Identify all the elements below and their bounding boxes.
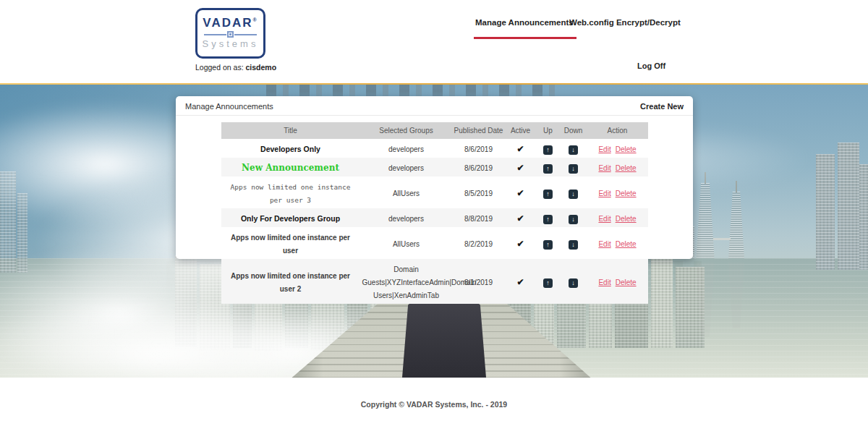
selected-groups: developers: [388, 164, 424, 172]
selected-groups: developers: [388, 145, 424, 153]
panel-header: Manage Announcements Create New: [176, 96, 693, 116]
logged-on-username: cisdemo: [245, 63, 276, 72]
selected-groups: AllUsers: [393, 190, 420, 197]
nav-manage-announcements[interactable]: Manage Announcements: [475, 18, 574, 27]
table-header: TitleSelected GroupsPublished DateActive…: [221, 122, 648, 139]
nav-webconfig-encrypt-decrypt[interactable]: Web.config Encrypt/Decrypt: [569, 18, 681, 27]
active-check-icon: ✔: [516, 277, 524, 287]
delete-link[interactable]: Delete: [616, 145, 637, 153]
move-down-button[interactable]: ↓: [569, 190, 578, 199]
building: [651, 255, 673, 348]
published-date: 8/2/2019: [464, 240, 493, 248]
building: [816, 154, 835, 270]
edit-link[interactable]: Edit: [598, 215, 610, 223]
table-row: Only For Developers Groupdevelopers8/8/2…: [221, 208, 648, 227]
logged-on-label: Logged on as:: [195, 63, 244, 72]
announcement-title: Developers Only: [260, 145, 320, 153]
page-footer: Copyright © VADAR Systems, Inc. - 2019: [0, 378, 868, 434]
published-date: 8/8/2019: [464, 215, 493, 223]
copyright-text: Copyright © VADAR Systems, Inc. - 2019: [0, 400, 868, 409]
column-header-selected-groups: Selected Groups: [360, 122, 453, 139]
logo-square-icon: [227, 31, 234, 38]
column-header-action: Action: [587, 122, 648, 139]
edit-link[interactable]: Edit: [598, 164, 610, 172]
move-down-button[interactable]: ↓: [569, 278, 578, 288]
move-up-button[interactable]: ↑: [543, 145, 553, 155]
logo-divider: [204, 31, 257, 38]
manage-announcements-panel: Manage Announcements Create New TitleSel…: [176, 96, 693, 259]
logged-on-status: Logged on as: cisdemo: [195, 63, 276, 72]
table-row: Apps now limited one instance per user 2…: [221, 259, 648, 304]
active-check-icon: ✔: [516, 213, 524, 224]
announcement-title: New Announcement: [242, 163, 339, 173]
edit-link[interactable]: Edit: [598, 190, 610, 197]
active-check-icon: ✔: [516, 239, 524, 249]
move-down-button[interactable]: ↓: [569, 145, 578, 155]
move-down-button[interactable]: ↓: [569, 164, 578, 174]
published-date: 8/6/2019: [464, 145, 493, 153]
column-header-title: Title: [221, 122, 360, 139]
announcements-table: TitleSelected GroupsPublished DateActive…: [221, 122, 648, 304]
building: [859, 164, 868, 270]
announcement-title: Only For Developers Group: [241, 214, 340, 223]
delete-link[interactable]: Delete: [616, 278, 637, 286]
active-check-icon: ✔: [516, 144, 524, 154]
move-up-button[interactable]: ↑: [543, 164, 553, 174]
table-row: New Announcementdevelopers8/6/2019✔↑↓Edi…: [221, 158, 648, 176]
announcement-title: Apps now limited one instance per user: [231, 234, 350, 255]
delete-link[interactable]: Delete: [616, 215, 637, 223]
published-date: 8/1/2019: [464, 278, 493, 286]
log-off-link[interactable]: Log Off: [637, 61, 665, 70]
table-row: Apps now limited one instance per user 3…: [221, 176, 648, 208]
building: [838, 142, 859, 270]
logo-subtext: Systems: [197, 38, 263, 49]
edit-link[interactable]: Edit: [598, 278, 610, 286]
logo-wordmark: VADAR®: [197, 16, 263, 30]
published-date: 8/5/2019: [464, 190, 493, 197]
column-header-published-date: Published Date: [453, 122, 505, 139]
move-up-button[interactable]: ↑: [543, 215, 553, 224]
table-row: Developers Onlydevelopers8/6/2019✔↑↓Edit…: [221, 139, 648, 158]
vadar-logo: VADAR® Systems: [195, 8, 265, 59]
active-check-icon: ✔: [516, 188, 524, 198]
header-gold-divider: [0, 83, 868, 85]
selected-groups: developers: [388, 215, 424, 223]
delete-link[interactable]: Delete: [616, 164, 637, 172]
selected-groups: AllUsers: [393, 240, 420, 248]
move-up-button[interactable]: ↑: [543, 240, 553, 250]
move-up-button[interactable]: ↑: [543, 190, 553, 199]
move-down-button[interactable]: ↓: [569, 240, 578, 250]
column-header-active: Active: [505, 122, 537, 139]
delete-link[interactable]: Delete: [616, 190, 637, 197]
app-header: VADAR® Systems Logged on as: cisdemo Man…: [0, 0, 868, 83]
table-row: Apps now limited one instance per userAl…: [221, 227, 648, 259]
logo-text: VADAR: [203, 16, 252, 30]
announcement-title: Apps now limited one instance per user 3: [231, 183, 351, 204]
column-header-up: Up: [537, 122, 560, 139]
delete-link[interactable]: Delete: [616, 240, 637, 248]
move-down-button[interactable]: ↓: [569, 215, 578, 224]
panel-title: Manage Announcements: [185, 102, 273, 111]
edit-link[interactable]: Edit: [598, 145, 610, 153]
tower-skybridge: [713, 238, 731, 240]
column-header-down: Down: [560, 122, 587, 139]
edit-link[interactable]: Edit: [598, 240, 610, 248]
published-date: 8/6/2019: [464, 164, 493, 172]
registered-mark: ®: [253, 17, 258, 22]
move-up-button[interactable]: ↑: [543, 278, 553, 288]
create-new-link[interactable]: Create New: [640, 102, 684, 111]
announcement-title: Apps now limited one instance per user 2: [231, 272, 350, 293]
active-check-icon: ✔: [516, 163, 524, 173]
